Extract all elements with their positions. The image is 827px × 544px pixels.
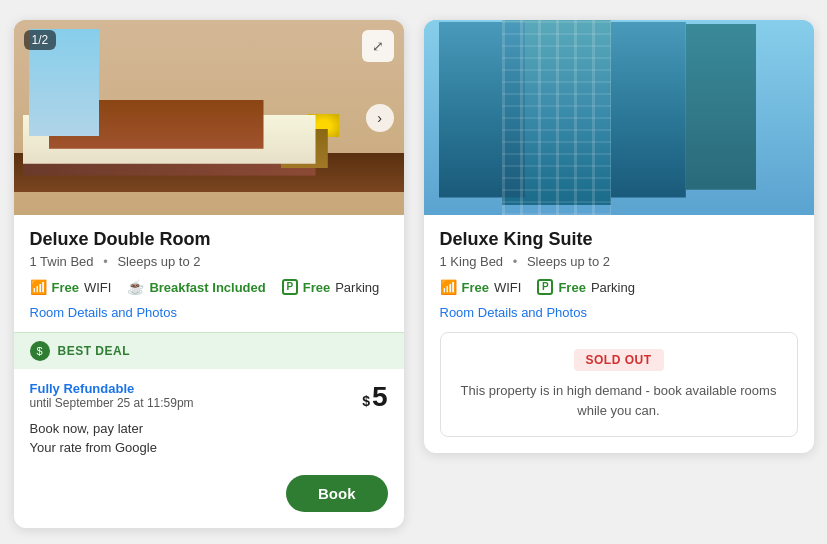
- best-deal-banner-1: $ BEST DEAL: [14, 332, 404, 369]
- room-image-wrapper-2: [424, 20, 814, 215]
- sold-out-text-2: This property is in high demand - book a…: [457, 381, 781, 420]
- sold-out-section-2: SOLD OUT This property is in high demand…: [440, 332, 798, 437]
- google-rate-label-1: Your rate from Google: [30, 440, 388, 455]
- card-deluxe-double: 1/2 ⤢ › Deluxe Double Room 1 Twin Bed • …: [14, 20, 404, 528]
- wifi-icon-1: 📶: [30, 279, 47, 295]
- card-deluxe-king: Deluxe King Suite 1 King Bed • Sleeps up…: [424, 20, 814, 453]
- room-details-link-1[interactable]: Room Details and Photos: [30, 305, 388, 320]
- price-amount-1: 5: [372, 381, 388, 413]
- price-display-1: $ 5: [362, 381, 387, 413]
- price-symbol-1: $: [362, 393, 370, 409]
- amenities-list-2: 📶 Free WIFI P Free Parking: [440, 279, 798, 295]
- image-badge-1: 1/2: [24, 30, 57, 50]
- amenity-parking-1: P Free Parking: [282, 279, 380, 295]
- best-deal-text-1: BEST DEAL: [58, 344, 131, 358]
- refundable-label-1: Fully Refundable: [30, 381, 194, 396]
- amenities-list-1: 📶 Free WIFI ☕ Breakfast Included P Free …: [30, 279, 388, 295]
- refundable-date-1: until September 25 at 11:59pm: [30, 396, 194, 410]
- parking-label-2: Parking: [591, 280, 635, 295]
- best-deal-icon-1: $: [30, 341, 50, 361]
- cards-container: 1/2 ⤢ › Deluxe Double Room 1 Twin Bed • …: [14, 20, 814, 528]
- wifi-label-1: WIFI: [84, 280, 111, 295]
- refundable-info-1: Fully Refundable until September 25 at 1…: [30, 381, 194, 410]
- room-subtitle-2: 1 King Bed • Sleeps up to 2: [440, 254, 798, 269]
- wifi-free-label-1: Free: [52, 280, 79, 295]
- room-title-2: Deluxe King Suite: [440, 229, 798, 250]
- sleeps-2: Sleeps up to 2: [527, 254, 610, 269]
- card-body-1: Deluxe Double Room 1 Twin Bed • Sleeps u…: [14, 215, 404, 320]
- book-btn-row-1: Book: [14, 467, 404, 528]
- book-button-1[interactable]: Book: [286, 475, 388, 512]
- amenity-wifi-1: 📶 Free WIFI: [30, 279, 112, 295]
- room-subtitle-1: 1 Twin Bed • Sleeps up to 2: [30, 254, 388, 269]
- pricing-section-1: Fully Refundable until September 25 at 1…: [14, 369, 404, 467]
- amenity-parking-2: P Free Parking: [537, 279, 635, 295]
- parking-icon-2: P: [537, 279, 553, 295]
- wifi-label-2: WIFI: [494, 280, 521, 295]
- expand-button-1[interactable]: ⤢: [362, 30, 394, 62]
- room-title-1: Deluxe Double Room: [30, 229, 388, 250]
- pricing-row-1: Fully Refundable until September 25 at 1…: [30, 381, 388, 413]
- pay-later-label-1: Book now, pay later: [30, 421, 388, 436]
- parking-free-label-1: Free: [303, 280, 330, 295]
- bed-type-1: 1 Twin Bed: [30, 254, 94, 269]
- wifi-icon-2: 📶: [440, 279, 457, 295]
- parking-label-1: Parking: [335, 280, 379, 295]
- breakfast-free-label-1: Breakfast Included: [149, 280, 265, 295]
- card-body-2: Deluxe King Suite 1 King Bed • Sleeps up…: [424, 215, 814, 320]
- sleeps-1: Sleeps up to 2: [117, 254, 200, 269]
- bed-type-2: 1 King Bed: [440, 254, 504, 269]
- dot-separator-2: •: [513, 254, 518, 269]
- breakfast-icon-1: ☕: [127, 279, 144, 295]
- parking-icon-1: P: [282, 279, 298, 295]
- wifi-free-label-2: Free: [462, 280, 489, 295]
- room-image-wrapper-1: 1/2 ⤢ ›: [14, 20, 404, 215]
- next-image-button-1[interactable]: ›: [366, 104, 394, 132]
- sold-out-badge-2: SOLD OUT: [574, 349, 664, 371]
- parking-free-label-2: Free: [558, 280, 585, 295]
- dot-separator-1: •: [103, 254, 108, 269]
- amenity-wifi-2: 📶 Free WIFI: [440, 279, 522, 295]
- amenity-breakfast-1: ☕ Breakfast Included: [127, 279, 265, 295]
- room-details-link-2[interactable]: Room Details and Photos: [440, 305, 798, 320]
